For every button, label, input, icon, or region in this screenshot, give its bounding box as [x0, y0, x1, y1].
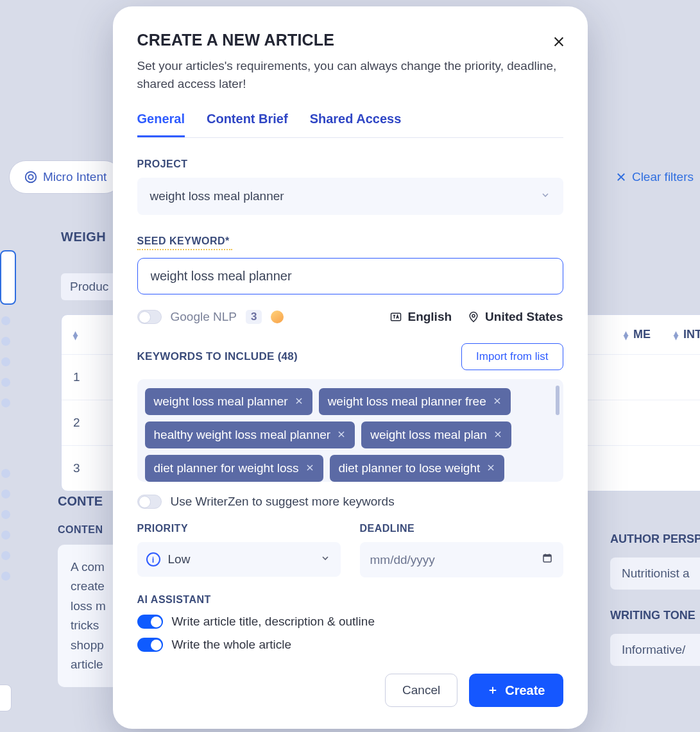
- seed-keyword-label: SEED KEYWORD*: [137, 235, 563, 250]
- keyword-tag-text: weight loss meal planner: [154, 395, 288, 409]
- keyword-tag-text: diet planner for weight loss: [154, 461, 299, 475]
- tab-content-brief[interactable]: Content Brief: [207, 112, 288, 137]
- priority-label: PRIORITY: [137, 523, 341, 534]
- project-label: PROJECT: [137, 158, 563, 170]
- ai-outline-toggle[interactable]: [137, 615, 163, 629]
- ai-whole-article-label: Write the whole article: [172, 638, 292, 652]
- remove-keyword-icon[interactable]: [337, 428, 346, 442]
- deadline-label: DEADLINE: [360, 523, 563, 534]
- tab-shared-access[interactable]: Shared Access: [310, 112, 402, 137]
- suggest-keywords-toggle[interactable]: [137, 495, 162, 509]
- svg-rect-2: [391, 313, 401, 321]
- remove-keyword-icon[interactable]: [295, 395, 303, 409]
- ai-whole-article-toggle[interactable]: [137, 638, 163, 652]
- modal-overlay: CREATE A NEW ARTICLE Set your articles's…: [0, 0, 700, 732]
- chevron-down-icon: [320, 552, 330, 566]
- remove-keyword-icon[interactable]: [305, 461, 314, 475]
- plus-icon: [487, 685, 499, 696]
- project-value: weight loss meal planner: [150, 189, 284, 203]
- keyword-tag: diet planner to lose weight: [330, 455, 505, 482]
- keyword-tag: weight loss meal planner free: [319, 388, 511, 415]
- keywords-heading: KEYWORDS TO INCLUDE (48): [137, 350, 298, 363]
- ai-assistant-label: AI ASSISTANT: [137, 594, 563, 606]
- keyword-tag-text: healthy weight loss meal planner: [154, 428, 331, 442]
- nlp-count-badge: 3: [246, 310, 262, 324]
- priority-value: Low: [168, 552, 191, 566]
- close-icon[interactable]: [552, 35, 566, 51]
- cancel-button[interactable]: Cancel: [385, 674, 457, 707]
- suggest-keywords-label: Use WriterZen to suggest more keywords: [171, 495, 395, 509]
- deadline-placeholder: mm/dd/yyyy: [370, 553, 435, 567]
- chevron-down-icon: [540, 189, 551, 203]
- tab-general[interactable]: General: [137, 112, 185, 137]
- keywords-container: weight loss meal plannerweight loss meal…: [137, 379, 563, 482]
- svg-point-3: [472, 314, 475, 317]
- import-from-list-button[interactable]: Import from list: [461, 343, 563, 370]
- keyword-tag: weight loss meal plan: [361, 421, 511, 448]
- seed-keyword-input[interactable]: [137, 258, 563, 294]
- priority-select[interactable]: i Low: [137, 542, 341, 577]
- remove-keyword-icon[interactable]: [493, 428, 502, 442]
- coins-icon: [271, 311, 284, 323]
- ai-outline-label: Write article title, description & outli…: [172, 615, 375, 629]
- project-select[interactable]: weight loss meal planner: [137, 178, 563, 215]
- deadline-input[interactable]: mm/dd/yyyy: [360, 542, 563, 577]
- remove-keyword-icon[interactable]: [486, 461, 495, 475]
- create-button[interactable]: Create: [469, 674, 563, 707]
- keyword-tag: healthy weight loss meal planner: [145, 421, 355, 448]
- keywords-scrollbar[interactable]: [556, 386, 559, 415]
- modal-subtitle: Set your articles's requirements, you ca…: [137, 57, 563, 92]
- modal-title: CREATE A NEW ARTICLE: [137, 31, 563, 49]
- create-article-modal: CREATE A NEW ARTICLE Set your articles's…: [113, 6, 588, 729]
- svg-rect-5: [543, 555, 551, 557]
- google-nlp-label: Google NLP: [171, 310, 237, 324]
- language-selector[interactable]: English: [389, 310, 452, 324]
- google-nlp-toggle[interactable]: [137, 310, 162, 324]
- keyword-tag-text: weight loss meal planner free: [328, 395, 486, 409]
- keyword-tag: weight loss meal planner: [145, 388, 312, 415]
- country-selector[interactable]: United States: [467, 310, 563, 324]
- calendar-icon: [542, 552, 553, 567]
- keyword-tag-text: weight loss meal plan: [370, 428, 487, 442]
- keyword-tag-text: diet planner to lose weight: [339, 461, 481, 475]
- remove-keyword-icon[interactable]: [493, 395, 502, 409]
- info-icon: i: [146, 552, 160, 566]
- keyword-tag: diet planner for weight loss: [145, 455, 323, 482]
- modal-tabs: General Content Brief Shared Access: [137, 112, 563, 138]
